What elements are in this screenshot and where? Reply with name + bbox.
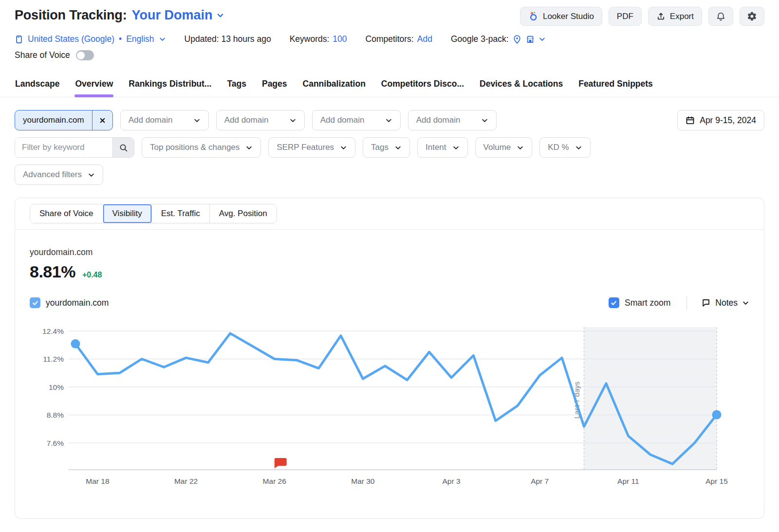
chevron-down-icon — [742, 299, 749, 307]
metric-tab-visibility[interactable]: Visibility — [103, 204, 151, 223]
local-business-icon — [525, 35, 535, 44]
location-language-selector[interactable]: United States (Google) • English — [15, 34, 166, 44]
report-tabs: Landscape Overview Rankings Distribut...… — [0, 76, 779, 97]
language-label: English — [126, 34, 154, 44]
date-range-picker[interactable]: Apr 9-15, 2024 — [677, 110, 764, 130]
tab-pages[interactable]: Pages — [261, 76, 288, 97]
updated-status: Updated: 13 hours ago — [185, 34, 271, 44]
gear-icon — [747, 11, 757, 21]
tab-competitors-discovery[interactable]: Competitors Disco... — [381, 76, 464, 97]
add-domain-dropdown-4[interactable]: Add domain — [408, 110, 497, 130]
metric-tabs: Share of Voice Visibility Est. Traffic A… — [30, 204, 277, 223]
domain-chip: yourdomain.com — [15, 110, 113, 130]
tab-devices-locations[interactable]: Devices & Locations — [479, 76, 563, 97]
metric-tab-avg-position[interactable]: Avg. Position — [209, 204, 277, 223]
add-domain-dropdown-1[interactable]: Add domain — [120, 110, 209, 130]
settings-button[interactable] — [740, 7, 764, 26]
chevron-down-icon — [245, 144, 253, 151]
visibility-card: Share of Voice Visibility Est. Traffic A… — [15, 198, 764, 519]
svg-text:Apr 3: Apr 3 — [443, 477, 461, 485]
share-of-voice-label: Share of Voice — [15, 50, 70, 60]
filter-tags-dropdown[interactable]: Tags — [363, 137, 410, 158]
share-of-voice-toggle[interactable] — [76, 50, 94, 60]
chevron-down-icon — [88, 171, 95, 179]
chevron-down-icon — [289, 117, 297, 124]
chevron-down-icon — [193, 117, 201, 124]
looker-studio-icon — [528, 11, 538, 21]
keyword-filter-input[interactable] — [15, 138, 112, 157]
export-icon — [656, 12, 666, 21]
tab-overview[interactable]: Overview — [74, 76, 113, 97]
svg-text:Mar 22: Mar 22 — [174, 477, 198, 485]
svg-text:Apr 11: Apr 11 — [617, 477, 639, 485]
svg-text:Mar 18: Mar 18 — [86, 477, 109, 485]
legend-domain-checkbox[interactable] — [30, 297, 40, 308]
position-tracking-page: Position Tracking: Your Domain Looker St… — [0, 0, 779, 532]
competitors-add-link[interactable]: Add — [417, 34, 432, 44]
smart-zoom-checkbox[interactable] — [609, 297, 619, 308]
tab-landscape[interactable]: Landscape — [15, 76, 60, 97]
legend-divider — [686, 296, 687, 310]
filter-serp-features-dropdown[interactable]: SERP Features — [268, 137, 355, 158]
check-icon — [610, 299, 617, 307]
add-domain-dropdown-2[interactable]: Add domain — [216, 110, 305, 130]
tab-tags[interactable]: Tags — [226, 76, 247, 97]
tab-rankings-distribution[interactable]: Rankings Distribut... — [128, 76, 212, 97]
filter-volume-dropdown[interactable]: Volume — [475, 137, 533, 158]
google-3-pack-selector[interactable]: Google 3-pack: — [451, 34, 546, 44]
filter-kd-dropdown[interactable]: KD % — [539, 137, 590, 158]
search-icon — [119, 143, 128, 152]
location-label: United States (Google) — [28, 34, 114, 44]
tab-cannibalization[interactable]: Cannibalization — [302, 76, 366, 97]
chevron-down-icon — [481, 117, 488, 124]
pdf-button[interactable]: PDF — [609, 7, 642, 26]
svg-text:Mar 30: Mar 30 — [351, 477, 375, 485]
svg-text:Mar 26: Mar 26 — [263, 477, 286, 485]
keyword-filter-group — [15, 137, 134, 158]
check-icon — [32, 299, 39, 307]
svg-text:10%: 10% — [49, 383, 64, 391]
tab-featured-snippets[interactable]: Featured Snippets — [578, 76, 653, 97]
filters-panel: yourdomain.com Add domain Add domain Add… — [0, 97, 779, 185]
chevron-down-icon — [216, 11, 224, 19]
chevron-down-icon — [394, 144, 402, 151]
google-3-pack-label: Google 3-pack: — [451, 34, 509, 44]
legend-domain-label: yourdomain.com — [46, 298, 109, 308]
chevron-down-icon — [575, 144, 582, 151]
visibility-line-chart[interactable]: 12.4%11.2%10%8.8%7.6%Last 7 daysMar 18Ma… — [15, 316, 765, 491]
add-domain-dropdown-3[interactable]: Add domain — [312, 110, 401, 130]
chevron-down-icon — [538, 36, 546, 43]
filter-top-positions-dropdown[interactable]: Top positions & changes — [142, 137, 261, 158]
chevron-down-icon — [159, 36, 166, 43]
svg-text:8.8%: 8.8% — [47, 411, 64, 419]
calendar-icon — [686, 116, 695, 125]
chevron-down-icon — [517, 144, 524, 151]
metric-domain: yourdomain.com — [30, 247, 764, 257]
chevron-down-icon — [452, 144, 460, 151]
domain-chip-label: yourdomain.com — [15, 110, 92, 130]
svg-text:Apr 7: Apr 7 — [531, 477, 549, 485]
visibility-value: 8.81% — [30, 262, 75, 281]
export-button[interactable]: Export — [648, 7, 702, 26]
metric-tab-share-of-voice[interactable]: Share of Voice — [30, 204, 103, 223]
looker-studio-button[interactable]: Looker Studio — [520, 7, 602, 26]
domain-chip-remove-button[interactable] — [92, 110, 112, 130]
advanced-filters-dropdown[interactable]: Advanced filters — [15, 165, 103, 185]
bell-icon — [716, 11, 726, 21]
visibility-change: +0.48 — [82, 271, 102, 279]
project-name: Your Domain — [131, 8, 212, 23]
notes-dropdown[interactable]: Notes — [701, 298, 749, 308]
page-title: Position Tracking: — [15, 8, 127, 23]
keywords-count-link[interactable]: 100 — [333, 34, 347, 44]
notifications-button[interactable] — [708, 7, 733, 26]
bullet-separator: • — [119, 34, 122, 44]
svg-text:Apr 15: Apr 15 — [705, 477, 728, 485]
keyword-search-button[interactable] — [112, 138, 134, 157]
metric-tab-est-traffic[interactable]: Est. Traffic — [151, 204, 209, 223]
chart-area: 12.4%11.2%10%8.8%7.6%Last 7 daysMar 18Ma… — [15, 310, 764, 493]
filter-intent-dropdown[interactable]: Intent — [417, 137, 468, 158]
svg-text:12.4%: 12.4% — [42, 327, 64, 335]
notes-flag-icon — [701, 298, 711, 308]
competitors-label: Competitors: — [366, 34, 414, 44]
project-selector[interactable]: Your Domain — [131, 8, 224, 23]
